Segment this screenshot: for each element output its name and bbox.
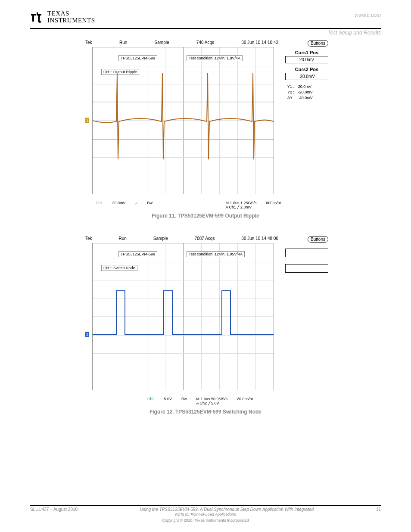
scope1-ts: 30 Jun 10 14:10:42 bbox=[241, 40, 278, 45]
logo-line2: INSTRUMENTS bbox=[47, 17, 95, 24]
figure-12-caption: Figure 12. TPS53125EVM-599 Switching Nod… bbox=[30, 409, 381, 415]
side2-box1 bbox=[285, 249, 328, 257]
scope2-waveform bbox=[93, 243, 274, 390]
scope2-bottom: Ch2 5.0V Bw M 1.0us 50.0MS/s A Ch2 ╱ 5.6… bbox=[96, 397, 281, 405]
scope1-run: Run bbox=[119, 40, 127, 45]
scope2-run: Run bbox=[119, 236, 127, 241]
buttons-btn-1[interactable]: Buttons bbox=[308, 40, 328, 47]
scope1-side-panel: Buttons Curs1 Pos 20.0mV Curs2 Pos -20.0… bbox=[285, 40, 328, 210]
page-footer: SLUU437 – August 2010 Using the TPS53125… bbox=[30, 505, 381, 523]
curs1-label: Curs1 Pos bbox=[285, 50, 328, 55]
figure-12: Tek Run Sample 7087 Acqs 30 Jun 10 14:48… bbox=[30, 236, 381, 415]
ch1-marker: 1 bbox=[85, 118, 89, 123]
header-rule bbox=[30, 28, 381, 29]
ch2-marker: 2 bbox=[85, 332, 89, 337]
section-title: Test Setup and Results bbox=[30, 30, 381, 36]
scope2-ts: 30 Jun 10 14:48:00 bbox=[241, 236, 278, 241]
buttons-btn-2[interactable]: Buttons bbox=[308, 236, 328, 243]
footer-page: 11 bbox=[376, 507, 381, 512]
scope1-bottom: Ch1 20.0mV ஃ Bw M 1.0us 1.25GS/s A Ch1 ╱… bbox=[96, 201, 281, 209]
footer-sub: FETs for Point-of-Load Applications bbox=[175, 512, 236, 516]
footer-doc: SLUU437 – August 2010 bbox=[30, 507, 78, 512]
ti-logo-icon bbox=[30, 12, 44, 26]
scope1-waveform bbox=[93, 47, 274, 194]
footer-copyright: Copyright © 2010, Texas Instruments Inco… bbox=[30, 518, 381, 523]
curs1-value: 20.0mV bbox=[285, 56, 328, 63]
figure-11-caption: Figure 11. TPS53125EVM-599 Output Ripple bbox=[30, 213, 381, 219]
scope2-side-panel: Buttons bbox=[285, 236, 328, 406]
scope2-grid: TPS53125EVM-599 Test condition: 12Vin, 1… bbox=[92, 243, 274, 390]
scope2-acqs: 7087 Acqs bbox=[195, 236, 215, 241]
figure-11: Tek Run Sample 740 Acqs 30 Jun 10 14:10:… bbox=[30, 40, 381, 219]
scope1-grid: TPS53125EVM-599 Test condition: 12Vin, 1… bbox=[92, 47, 274, 194]
scope-2: Tek Run Sample 7087 Acqs 30 Jun 10 14:48… bbox=[83, 236, 281, 406]
cursor-readout: Y1 :20.0mV Y2 :-20.0mV ΔY :-40.0mV bbox=[285, 84, 315, 101]
scope1-tek: Tek bbox=[85, 40, 92, 45]
scope1-sample: Sample bbox=[155, 40, 169, 45]
logo-line1: TEXAS bbox=[47, 10, 95, 17]
curs2-value: -20.0mV bbox=[285, 73, 328, 80]
scope2-tek: Tek bbox=[85, 236, 92, 241]
footer-title: Using the TPS53125EVM-599, A Dual Synchr… bbox=[140, 507, 314, 512]
side2-box2 bbox=[285, 264, 328, 273]
scope2-sample: Sample bbox=[153, 236, 168, 241]
curs2-label: Curs2 Pos bbox=[285, 67, 328, 72]
scope-1: Tek Run Sample 740 Acqs 30 Jun 10 14:10:… bbox=[83, 40, 281, 210]
scope1-acqs: 740 Acqs bbox=[196, 40, 214, 45]
header-link: www.ti.com bbox=[355, 12, 381, 18]
ti-logo: TEXAS INSTRUMENTS bbox=[30, 10, 381, 25]
